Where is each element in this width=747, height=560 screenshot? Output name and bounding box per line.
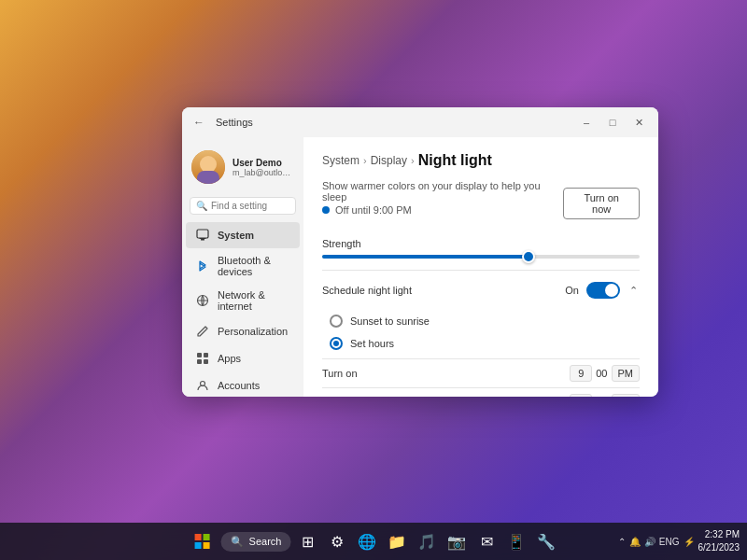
breadcrumb-sep-2: › (411, 155, 415, 166)
taskbar-center: 🔍 Search ⊞ ⚙ 🌐 📁 🎵 📷 ✉ 📱 🔧 (188, 526, 560, 556)
windows-logo (195, 534, 210, 549)
tray-icon-1: 🔔 (629, 537, 641, 547)
turn-on-time-row: Turn on 9 00 PM (322, 358, 640, 387)
window-title: Settings (216, 117, 253, 128)
turn-on-time-controls: 9 00 PM (570, 365, 640, 382)
tray-icon-3: ⚡ (684, 537, 695, 547)
divider-1 (322, 270, 640, 271)
desktop: ← Settings – □ ✕ (0, 0, 747, 560)
night-light-description-block: Show warmer colors on your display to he… (322, 180, 563, 227)
sidebar: User Demo m_lab@outlook.com 🔍 System (182, 137, 303, 397)
radio-set-hours-label: Set hours (350, 338, 394, 349)
breadcrumb-system[interactable]: System (322, 154, 359, 167)
taskbar-icon-5[interactable]: 🎵 (414, 528, 440, 554)
schedule-row: Schedule night light On ⌃ (322, 278, 640, 302)
svg-rect-6 (197, 359, 202, 364)
schedule-chevron-icon[interactable]: ⌃ (627, 283, 640, 299)
svg-rect-0 (197, 230, 208, 238)
sys-tray: ⌃ 🔔 🔊 ENG ⚡ (618, 537, 695, 547)
turn-off-time-row: Turn off 7 00 AM (322, 387, 640, 397)
strength-slider-fill (322, 255, 529, 259)
user-info: User Demo m_lab@outlook.com (233, 158, 294, 177)
sidebar-item-personalization[interactable]: Personalization (186, 318, 300, 344)
taskbar-icon-1[interactable]: ⊞ (294, 528, 320, 554)
system-icon (195, 228, 210, 243)
turn-on-sep: 00 (596, 368, 607, 379)
toggle-thumb (605, 284, 618, 297)
schedule-right: On ⌃ (565, 282, 640, 299)
clock-time: 2:32 PM (698, 528, 740, 541)
sidebar-item-accounts[interactable]: Accounts (186, 372, 300, 397)
svg-rect-2 (200, 238, 206, 239)
taskbar-icon-4[interactable]: 📁 (384, 528, 410, 554)
tray-language[interactable]: ENG (659, 537, 680, 547)
radio-set-hours-outer[interactable] (330, 337, 343, 350)
sidebar-item-system-label: System (218, 230, 254, 241)
taskbar-icon-9[interactable]: 🔧 (533, 528, 559, 554)
svg-rect-7 (204, 359, 208, 364)
search-setting[interactable]: 🔍 (190, 197, 296, 215)
radio-set-hours[interactable]: Set hours (330, 332, 640, 355)
clock[interactable]: 2:32 PM 6/21/2023 (698, 528, 740, 554)
night-light-status: Off until 9:00 PM (335, 204, 412, 216)
search-input[interactable] (211, 201, 289, 211)
taskbar-icon-7[interactable]: ✉ (473, 528, 500, 554)
radio-sunset-outer[interactable] (330, 315, 343, 328)
avatar-body (197, 171, 219, 184)
taskbar-icon-3[interactable]: 🌐 (354, 528, 380, 554)
back-button[interactable]: ← (190, 113, 208, 132)
sidebar-item-personalization-label: Personalization (218, 326, 288, 337)
close-button[interactable]: ✕ (627, 110, 651, 134)
minimize-button[interactable]: – (574, 110, 599, 134)
taskbar: 🔍 Search ⊞ ⚙ 🌐 📁 🎵 📷 ✉ 📱 🔧 ⌃ 🔔 🔊 ENG ⚡ 2… (0, 523, 747, 560)
radio-set-hours-inner (333, 341, 339, 346)
personalization-icon (195, 324, 210, 339)
turn-on-ampm[interactable]: PM (612, 365, 641, 382)
schedule-label: Schedule night light (322, 285, 412, 296)
sidebar-item-network[interactable]: Network & internet (186, 284, 300, 317)
apps-icon (195, 351, 210, 366)
tray-chevron[interactable]: ⌃ (618, 537, 626, 547)
strength-slider-track[interactable] (322, 255, 640, 259)
night-light-header: Show warmer colors on your display to he… (322, 180, 640, 227)
svg-rect-4 (197, 353, 202, 357)
svg-rect-5 (204, 353, 208, 357)
schedule-toggle[interactable] (586, 282, 620, 299)
turn-on-hour[interactable]: 9 (570, 365, 592, 382)
strength-label: Strength (322, 238, 640, 249)
taskbar-right: ⌃ 🔔 🔊 ENG ⚡ 2:32 PM 6/21/2023 (618, 528, 740, 554)
accounts-icon (195, 378, 210, 393)
taskbar-icon-2[interactable]: ⚙ (324, 528, 350, 554)
taskbar-search-icon: 🔍 (231, 536, 244, 548)
turn-off-ampm[interactable]: AM (612, 394, 641, 397)
title-bar: ← Settings – □ ✕ (182, 107, 658, 137)
taskbar-icon-8[interactable]: 📱 (503, 528, 529, 554)
radio-sunset-label: Sunset to sunrise (350, 315, 430, 327)
taskbar-search[interactable]: 🔍 Search (221, 532, 291, 552)
avatar[interactable] (191, 150, 225, 184)
sidebar-item-bluetooth[interactable]: Bluetooth & devices (186, 249, 300, 283)
turn-off-hour[interactable]: 7 (570, 394, 592, 397)
maximize-button[interactable]: □ (600, 110, 625, 134)
sidebar-item-apps-label: Apps (218, 353, 241, 364)
settings-window: ← Settings – □ ✕ (182, 107, 658, 397)
search-icon: 🔍 (196, 201, 207, 211)
tray-icon-2: 🔊 (644, 537, 655, 547)
start-button[interactable] (188, 526, 218, 556)
radio-sunset[interactable]: Sunset to sunrise (330, 310, 640, 332)
breadcrumb-display[interactable]: Display (371, 154, 407, 167)
sidebar-item-system[interactable]: System (186, 222, 300, 248)
strength-row (322, 255, 640, 259)
window-body: User Demo m_lab@outlook.com 🔍 System (182, 137, 658, 397)
breadcrumb-sep-1: › (363, 155, 367, 166)
sidebar-item-apps[interactable]: Apps (186, 345, 300, 371)
turn-on-now-button[interactable]: Turn on now (563, 188, 640, 219)
avatar-inner (191, 150, 225, 184)
night-light-description: Show warmer colors on your display to he… (322, 180, 563, 203)
strength-slider-thumb[interactable] (522, 250, 535, 263)
turn-on-label: Turn on (322, 368, 358, 379)
schedule-on-label: On (565, 285, 579, 296)
breadcrumb-current: Night light (418, 152, 492, 169)
status-dot (322, 206, 330, 214)
taskbar-icon-6[interactable]: 📷 (444, 528, 470, 554)
